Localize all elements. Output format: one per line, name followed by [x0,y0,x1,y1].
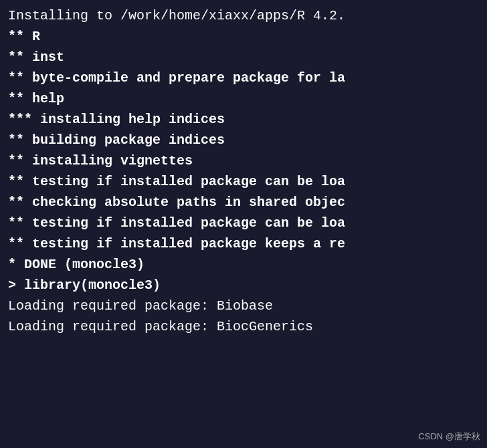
line15: Loading required package: Biobase [8,296,479,316]
line4: ** byte-compile and prepare package for … [8,68,479,88]
line16: Loading required package: BiocGenerics [8,316,479,337]
line6: *** installing help indices [8,109,479,130]
line12: ** testing if installed package keeps a … [8,233,479,254]
terminal-window: Installing to /work/home/xiaxx/apps/R 4.… [0,0,487,448]
line5: ** help [8,88,479,109]
line8: ** installing vignettes [8,150,479,171]
line11: ** testing if installed package can be l… [8,213,479,233]
line2: ** R [8,26,479,47]
terminal-content: Installing to /work/home/xiaxx/apps/R 4.… [0,0,487,342]
line7: ** building package indices [8,130,479,150]
line10: ** checking absolute paths in shared obj… [8,192,479,213]
line14: > library(monocle3) [8,275,479,296]
watermark: CSDN @唐学秋 [418,431,480,443]
line3: ** inst [8,47,479,68]
line1: Installing to /work/home/xiaxx/apps/R 4.… [8,5,479,26]
line13: * DONE (monocle3) [8,254,479,275]
line9: ** testing if installed package can be l… [8,171,479,192]
